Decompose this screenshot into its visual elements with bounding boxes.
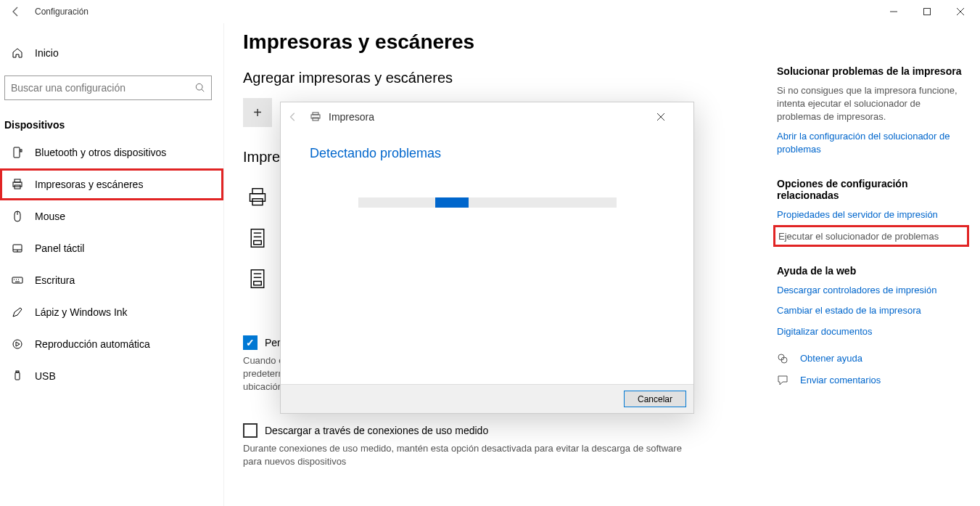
sidebar-item-label: Mouse: [35, 211, 65, 222]
aside-body-troubleshoot: Si no consigues que la impresora funcion…: [777, 84, 965, 124]
section-add-title: Agregar impresoras y escáneres: [243, 70, 748, 86]
dialog-close-button[interactable]: [657, 113, 686, 121]
sidebar-item-autoplay[interactable]: Reproducción automática: [0, 328, 223, 360]
bluetooth-icon: [10, 147, 25, 158]
window-controls: [877, 0, 977, 23]
troubleshooter-dialog: Impresora Detectando problemas Cancelar: [280, 102, 694, 414]
sidebar-item-typing[interactable]: Escritura: [0, 264, 223, 296]
search-icon: [195, 83, 205, 93]
aside-panel: Solucionar problemas de la impresora Si …: [777, 30, 965, 506]
sidebar-item-label: USB: [35, 370, 56, 382]
search-input-wrap[interactable]: [4, 76, 212, 100]
printer-small-icon: [310, 111, 321, 123]
back-button[interactable]: [3, 0, 29, 23]
print-server-props-link[interactable]: Propiedades del servidor de impresión: [777, 208, 965, 221]
run-troubleshooter-link[interactable]: Ejecutar el solucionador de problemas: [778, 231, 939, 242]
add-printer-button[interactable]: +: [243, 98, 272, 127]
svg-rect-23: [16, 371, 19, 372]
progress-bar-fill: [435, 197, 469, 208]
sidebar-home[interactable]: Inicio: [0, 38, 223, 68]
feedback-icon: [777, 375, 790, 386]
keyboard-icon: [10, 274, 25, 286]
svg-rect-26: [252, 199, 263, 205]
cancel-button[interactable]: Cancelar: [624, 391, 686, 407]
sidebar-item-label: Bluetooth y otros dispositivos: [35, 147, 166, 158]
checkbox-help: Durante conexiones de uso medido, mantén…: [243, 442, 693, 468]
autoplay-icon: [10, 338, 25, 350]
pen-icon: [10, 306, 25, 318]
metered-download-checkbox[interactable]: [243, 423, 258, 438]
sidebar-item-usb[interactable]: USB: [0, 360, 223, 392]
sidebar-item-label: Impresoras y escáneres: [35, 179, 143, 190]
document-printer-icon: [243, 228, 272, 248]
svg-rect-34: [254, 282, 262, 285]
title-bar: Configuración: [0, 0, 980, 23]
printer-icon: [10, 179, 25, 190]
sidebar-item-bluetooth[interactable]: Bluetooth y otros dispositivos: [0, 136, 223, 168]
aside-heading-related: Opciones de configuración relacionadas: [777, 178, 965, 201]
window-title: Configuración: [35, 7, 88, 17]
sidebar-item-mouse[interactable]: Mouse: [0, 200, 223, 232]
search-input[interactable]: [11, 82, 195, 94]
feedback-label: Enviar comentarios: [800, 375, 881, 385]
open-troubleshooter-link[interactable]: Abrir la configuración del solucionador …: [777, 130, 965, 156]
help-icon: [777, 353, 790, 364]
minimize-button[interactable]: [877, 0, 910, 23]
svg-line-5: [202, 89, 205, 92]
aside-heading-webhelp: Ayuda de la web: [777, 265, 965, 277]
touchpad-icon: [10, 242, 25, 254]
svg-rect-7: [20, 150, 22, 152]
svg-point-21: [13, 340, 22, 348]
usb-icon: [10, 370, 25, 382]
run-troubleshooter-highlight: Ejecutar el solucionador de problemas: [777, 229, 965, 243]
sidebar: Inicio Dispositivos Bluetooth y otros di…: [0, 23, 224, 506]
sidebar-item-label: Reproducción automática: [35, 338, 150, 350]
dialog-body: Detectando problemas: [281, 131, 693, 384]
sidebar-item-label: Escritura: [35, 274, 75, 286]
sidebar-item-label: Panel táctil: [35, 242, 84, 254]
sidebar-item-label: Lápiz y Windows Ink: [35, 306, 128, 318]
dialog-header: Impresora: [281, 102, 693, 131]
sidebar-item-touchpad[interactable]: Panel táctil: [0, 232, 223, 264]
aside-heading-troubleshoot: Solucionar problemas de la impresora: [777, 65, 965, 77]
maximize-button[interactable]: [910, 0, 944, 23]
printer-status-link[interactable]: Cambiar el estado de la impresora: [777, 304, 965, 317]
scan-docs-link[interactable]: Digitalizar documentos: [777, 325, 965, 338]
dialog-footer: Cancelar: [281, 384, 693, 413]
printer-icon: [243, 187, 272, 208]
svg-rect-22: [15, 372, 20, 380]
svg-rect-16: [12, 277, 22, 283]
svg-rect-8: [15, 179, 20, 182]
sidebar-category: Dispositivos: [0, 100, 223, 136]
dialog-back-icon[interactable]: [288, 112, 305, 122]
download-drivers-link[interactable]: Descargar controladores de impresión: [777, 284, 965, 297]
sidebar-item-printers[interactable]: Impresoras y escáneres: [0, 168, 223, 200]
get-help-link[interactable]: Obtener ayuda: [777, 353, 965, 364]
document-printer-icon: [243, 269, 272, 289]
progress-bar-track: [358, 197, 617, 208]
home-icon: [10, 47, 25, 59]
mouse-icon: [10, 211, 25, 222]
svg-rect-1: [924, 9, 931, 15]
checkbox-label: Descargar a través de conexiones de uso …: [265, 425, 488, 436]
close-button[interactable]: [944, 0, 977, 23]
dialog-status: Detectando problemas: [310, 146, 664, 161]
sidebar-item-pen[interactable]: Lápiz y Windows Ink: [0, 296, 223, 328]
get-help-label: Obtener ayuda: [800, 353, 862, 364]
svg-rect-6: [14, 147, 20, 158]
default-printer-checkbox[interactable]: [243, 335, 258, 350]
svg-rect-24: [252, 189, 263, 194]
svg-rect-30: [254, 241, 262, 245]
dialog-title: Impresora: [329, 111, 657, 123]
sidebar-home-label: Inicio: [35, 47, 59, 59]
feedback-link[interactable]: Enviar comentarios: [777, 375, 965, 386]
page-title: Impresoras y escáneres: [243, 30, 748, 54]
